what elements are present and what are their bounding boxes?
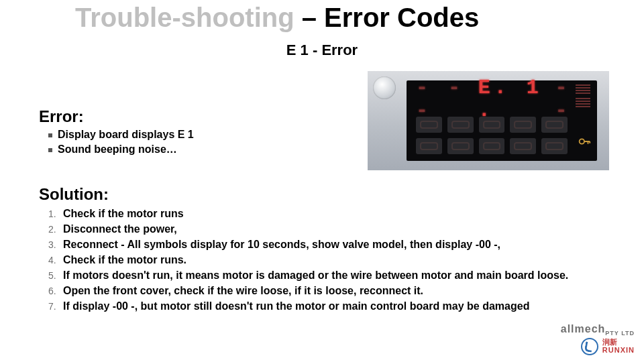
step-number: 4. <box>48 255 63 265</box>
seg-error-code: E. 1 . <box>478 76 543 122</box>
runxin-text: 润新 RUNXIN <box>602 339 635 354</box>
list-item: 6.Open the front cover, check if the wir… <box>48 285 568 297</box>
list-item: Sound beeping noise… <box>48 143 194 156</box>
mode-icon <box>479 138 505 154</box>
list-item: Display board displays E 1 <box>48 129 194 141</box>
page-title: Trouble-shooting – Error Codes <box>75 3 479 33</box>
slide: Trouble-shooting – Error Codes E 1 - Err… <box>0 0 644 362</box>
svg-point-0 <box>580 139 584 143</box>
panel-mode-icons <box>416 117 568 154</box>
solution-heading: Solution: <box>39 185 109 204</box>
runxin-icon <box>581 338 598 355</box>
solution-item-text: If display -00 -, but motor still doesn'… <box>63 300 529 312</box>
list-item: 7.If display -00 -, but motor still does… <box>48 300 568 312</box>
step-number: 5. <box>48 270 63 281</box>
error-item-text: Sound beeping noise… <box>58 143 177 155</box>
mode-icon <box>416 138 442 154</box>
error-list: Display board displays E 1 Sound beeping… <box>48 129 194 158</box>
mode-icon <box>541 138 568 154</box>
list-item: 2.Disconnect the power, <box>48 223 568 235</box>
error-heading: Error: <box>39 107 84 126</box>
key-icon <box>577 134 592 153</box>
step-number: 2. <box>48 224 63 235</box>
solution-item-text: Reconnect - All symbols display for 10 s… <box>63 239 500 250</box>
panel-badge-icon <box>373 76 396 99</box>
control-panel-photo: - - - E. 1 . - - <box>368 71 609 170</box>
mode-icon <box>447 138 474 154</box>
list-item: 5.If motors doesn't run, it means motor … <box>48 269 568 282</box>
seven-segment-display: - - - E. 1 . - - <box>416 86 588 113</box>
title-sep: – <box>294 3 324 32</box>
mode-icon <box>447 117 474 133</box>
panel-bars-icon <box>576 84 590 107</box>
mode-icon <box>416 117 442 133</box>
solution-item-text: Disconnect the power, <box>63 223 177 235</box>
allmech-sub: PTY LTD <box>605 330 635 337</box>
solution-list: 1.Check if the motor runs 2.Disconnect t… <box>48 208 568 316</box>
mode-icon <box>479 117 505 133</box>
solution-item-text: If motors doesn't run, it means motor is… <box>63 269 568 281</box>
title-part1: Trouble-shooting <box>75 3 294 32</box>
solution-item-text: Check if the motor runs <box>63 208 184 219</box>
step-number: 3. <box>48 239 63 250</box>
solution-item-text: Open the front cover, check if the wire … <box>63 285 423 296</box>
list-item: 4.Check if the motor runs. <box>48 254 568 266</box>
allmech-logo: allmechPTY LTD <box>561 323 635 337</box>
panel-screen: - - - E. 1 . - - <box>407 80 597 161</box>
footer-logos: allmechPTY LTD 润新 RUNXIN <box>561 323 635 355</box>
subtitle: E 1 - Error <box>0 42 644 59</box>
list-item: 3.Reconnect - All symbols display for 10… <box>48 239 568 251</box>
seg-leading-dashes: - - - <box>416 76 470 122</box>
runxin-en: RUNXIN <box>602 347 635 355</box>
bullet-icon <box>48 148 52 152</box>
allmech-text: allmech <box>561 323 606 335</box>
bullet-icon <box>48 133 52 137</box>
step-number: 1. <box>48 208 63 219</box>
runxin-logo: 润新 RUNXIN <box>561 338 635 355</box>
mode-icon <box>510 138 536 154</box>
mode-icon <box>541 117 568 133</box>
title-part2: Error Codes <box>324 3 479 32</box>
solution-item-text: Check if the motor runs. <box>63 254 186 265</box>
list-item: 1.Check if the motor runs <box>48 208 568 220</box>
error-item-text: Display board displays E 1 <box>58 129 194 140</box>
step-number: 7. <box>48 301 63 312</box>
mode-icon <box>510 117 536 133</box>
step-number: 6. <box>48 286 63 296</box>
